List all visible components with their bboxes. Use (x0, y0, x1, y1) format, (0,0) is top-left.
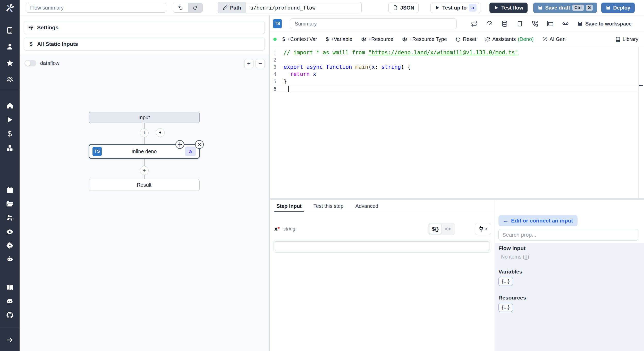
code-editor[interactable]: 1 // import * as wmill from "https://den… (270, 47, 644, 198)
prop-search-input[interactable] (498, 229, 638, 241)
insert-step-after-button[interactable]: + (140, 166, 149, 175)
test-up-to-label: Test up to (442, 5, 467, 11)
discord-icon[interactable] (6, 297, 14, 305)
home-icon[interactable] (6, 102, 14, 109)
save-draft-button[interactable]: Save draft Ctrl S (533, 3, 597, 13)
sliders-icon (28, 25, 34, 30)
variables-dollar-icon[interactable] (6, 130, 14, 138)
reset-button[interactable]: Reset (456, 36, 476, 42)
zoom-in-button[interactable]: + (244, 59, 253, 68)
move-step-button[interactable] (175, 140, 184, 149)
dataflow-row: dataflow (24, 60, 60, 66)
flow-summary-input[interactable] (26, 3, 166, 13)
step-summary-input[interactable] (290, 18, 457, 29)
step-options-icons: Save to workspace (471, 15, 644, 32)
github-icon[interactable] (6, 311, 14, 319)
cache-database-icon[interactable] (501, 20, 508, 27)
deploy-button[interactable]: Deploy (601, 3, 635, 13)
insert-step-button[interactable]: + (140, 129, 149, 137)
zoom-out-button[interactable]: − (256, 59, 265, 68)
horizontal-splitter[interactable] (270, 198, 644, 200)
add-variable-button[interactable]: $ +Variable (326, 36, 352, 42)
settings-gear-icon[interactable] (6, 242, 14, 249)
rotate-ccw-icon (456, 37, 461, 42)
back-arrow-icon: ← (503, 218, 509, 224)
code-line: 3 export async function main(x: string) … (270, 63, 644, 71)
lifetime-voicemail-icon[interactable] (562, 20, 569, 27)
add-context-var-button[interactable]: $ +Context Var (282, 36, 317, 42)
audit-eye-icon[interactable] (6, 228, 14, 236)
line-number: 6 (270, 85, 282, 92)
user-icon[interactable] (6, 43, 14, 50)
all-static-inputs-button[interactable]: $ All Static Inputs (24, 38, 265, 50)
edge-step-result-2 (144, 174, 145, 179)
runs-play-icon[interactable] (6, 116, 14, 124)
variables-object-chip[interactable]: {...} (498, 277, 513, 286)
mock-square-icon[interactable] (516, 20, 523, 27)
line-number: 1 (270, 49, 282, 56)
add-resource-button[interactable]: +Resource (361, 36, 393, 42)
collapse-arrow-right-icon[interactable] (6, 336, 14, 344)
resources-cubes-icon[interactable] (6, 144, 14, 152)
resources-object-chip[interactable]: {...} (498, 303, 513, 312)
schedules-calendar-icon[interactable] (6, 186, 14, 194)
package-icon (402, 37, 407, 42)
line-number: 3 (270, 63, 282, 71)
folders-icon[interactable] (6, 200, 14, 208)
package-icon (361, 37, 366, 42)
play-icon (494, 5, 499, 10)
trigger-bolt-button[interactable] (156, 128, 165, 137)
close-icon (197, 142, 202, 147)
suspend-phone-icon[interactable] (532, 20, 538, 27)
book-icon (615, 37, 621, 42)
deploy-label: Deploy (613, 5, 630, 11)
json-label: JSON (400, 5, 414, 11)
field-name: x (274, 226, 277, 232)
templated-string-mode-button[interactable]: ${} (429, 224, 442, 234)
workers-users-cog-icon[interactable] (6, 214, 14, 222)
ai-gen-button[interactable]: AI Gen (542, 36, 565, 42)
save-to-workspace-button[interactable]: Save to workspace (577, 21, 632, 27)
save-icon (577, 21, 583, 27)
workspace-building-icon[interactable] (6, 27, 14, 34)
bolt-icon (158, 130, 163, 135)
code-line-current: 6 (270, 85, 644, 92)
early-stop-gauge-icon[interactable] (486, 20, 493, 27)
undo-button[interactable] (173, 3, 188, 12)
prop-picker-panel: ← Edit or connect an input Flow Input No… (495, 200, 644, 351)
test-up-to-button[interactable]: Test up to a (430, 3, 481, 13)
library-button[interactable]: Library (615, 36, 638, 42)
dataflow-toggle[interactable] (24, 60, 36, 66)
tab-advanced[interactable]: Advanced (355, 200, 378, 212)
delete-step-button[interactable] (195, 140, 204, 149)
sidebar (0, 0, 20, 351)
json-button[interactable]: JSON (388, 3, 419, 13)
editor-scrollbar[interactable] (638, 47, 644, 198)
add-resource-type-button[interactable]: +Resource Type (402, 36, 447, 42)
flow-input-node[interactable]: Input (89, 112, 200, 123)
redo-button[interactable] (188, 3, 202, 12)
move-icon (177, 142, 182, 147)
windmill-logo-icon[interactable] (4, 3, 15, 14)
favorites-star-icon[interactable] (6, 59, 14, 67)
docs-book-icon[interactable] (6, 284, 14, 292)
field-x-input[interactable] (275, 241, 489, 251)
ai-robot-icon[interactable] (6, 255, 14, 263)
path-edit-button[interactable]: Path (218, 2, 246, 13)
edit-or-connect-button[interactable]: ← Edit or connect an input (498, 215, 578, 226)
tab-step-input[interactable]: Step Input (276, 200, 302, 212)
tab-test-this-step[interactable]: Test this step (313, 200, 344, 212)
groups-icon[interactable] (6, 75, 14, 83)
path-input[interactable] (246, 2, 362, 13)
code-mode-button[interactable]: <> (442, 226, 454, 232)
settings-button[interactable]: Settings (24, 21, 265, 34)
sleep-bed-icon[interactable] (547, 20, 554, 27)
connect-input-button[interactable] (475, 223, 491, 235)
test-flow-button[interactable]: Test flow (489, 3, 528, 13)
flow-result-node[interactable]: Result (89, 179, 200, 191)
retries-icon[interactable] (471, 20, 478, 27)
flow-canvas[interactable]: dataflow + − Input + TS Inline deno (20, 55, 269, 351)
assistants-button[interactable]: Assistants (Deno) (485, 36, 533, 42)
windmill-flow-editor: Path JSON Test up to a Test flow Save dr… (0, 0, 644, 351)
flow-panel: Settings $ All Static Inputs dataflow + … (20, 15, 270, 351)
